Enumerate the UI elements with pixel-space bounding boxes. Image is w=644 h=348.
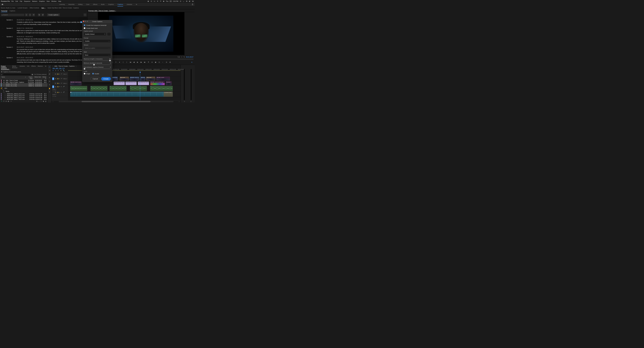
program-timecode[interactable]: 00;01;08;07 (186, 56, 194, 58)
next-button[interactable]: ∨ (28, 14, 32, 16)
cc-icon[interactable]: ◉ (147, 1, 149, 2)
search-input[interactable] (3, 14, 24, 16)
effects-tab[interactable]: Effects (32, 65, 36, 70)
segment-menu-icon[interactable]: ⋯ (2, 28, 4, 34)
zoom-slider[interactable]: ○━ (10, 100, 12, 102)
pen-icon[interactable]: ✎ (1, 100, 2, 102)
segment-menu-icon[interactable]: ⋯ (2, 19, 4, 25)
radio-from-transcript[interactable]: Create from sequence transcript (84, 24, 111, 26)
create-button[interactable]: Create (101, 77, 111, 81)
segment-text[interactable]: It's a puzzle that you have to sort of t… (17, 49, 86, 55)
out-button[interactable]: } (126, 61, 128, 63)
segment-menu-icon[interactable]: ⋯ (2, 46, 4, 55)
segment-menu-icon[interactable]: ⋯ (2, 36, 4, 44)
track-head-a2[interactable]: A2 🔒MS🎤 Audio 2 0. ◀ ○ ▶ (52, 91, 68, 97)
menu-graphics[interactable]: Graphics (39, 1, 45, 2)
transcript-segment[interactable]: ⋯ Speaker 1 00;00;17;14 - 00;00;32;02 Ri… (0, 27, 88, 35)
search-icon[interactable]: ⌕ (183, 1, 184, 2)
tab-menu-icon[interactable]: ≡ (115, 10, 116, 12)
ws-effects[interactable]: Effects (93, 3, 97, 7)
sync-icon[interactable]: ⟳ (160, 1, 162, 2)
link-icon[interactable]: ⊘ (55, 70, 57, 72)
ws-learning[interactable]: Learning (59, 3, 65, 7)
segment-text[interactable]: Right now is a great time to create beca… (17, 30, 86, 34)
transcript-search[interactable]: ⌕ (1, 14, 24, 16)
segment-text[interactable]: You know, climbing to me, it's this esca… (17, 38, 86, 44)
maxlen-value[interactable]: 42 (109, 58, 111, 60)
ws-libraries[interactable]: Libraries (127, 3, 132, 7)
proxy-button[interactable]: ⊡ (166, 61, 168, 63)
menu-help[interactable]: Help (58, 1, 61, 2)
markers-tab[interactable]: Markers (38, 65, 43, 70)
snap-icon[interactable]: ⊓ (52, 70, 54, 72)
mindur-slider[interactable] (84, 65, 111, 65)
lift-button[interactable]: ⇈ (147, 61, 150, 63)
track-head-v1[interactable]: V1 🔒◎👁 Video 1 (52, 81, 68, 86)
project-item[interactable]: ▸ ▢GFX (0, 87, 48, 90)
ws-editing[interactable]: Editing (78, 3, 82, 7)
fx-button[interactable]: fx (115, 61, 117, 63)
style-dropdown[interactable]: None⌄ (84, 53, 111, 57)
freeform-view-icon[interactable]: ▦ (8, 100, 9, 102)
project-item[interactable]: ▭A006C016_160510_R1JC.mov25.00 fps02:25:… (0, 93, 48, 95)
vol-icon[interactable]: ◉ (163, 1, 164, 2)
tab-effect-controls[interactable]: Effect Controls (30, 7, 39, 9)
project-overflow[interactable]: ≫ (45, 65, 46, 70)
radio-double[interactable]: Double (92, 73, 99, 75)
libraries-tab[interactable]: Libraries (20, 65, 25, 70)
play-button[interactable]: ▶ (136, 61, 138, 63)
marker-add-icon[interactable]: ● (58, 70, 60, 72)
preset-options-button[interactable]: ⋯ (107, 33, 111, 36)
wrench-icon[interactable]: 🔧 (63, 70, 65, 72)
battery-icon[interactable]: ▭ (154, 1, 155, 2)
safe-margin-button[interactable]: ⌐ (162, 61, 164, 63)
transcript-segment[interactable]: ⋯ Speaker 1 00;01;26;02 - 00;01;40;03 on… (0, 56, 88, 64)
tab-audio-mixer[interactable]: Audio Clip Mixer: AAA - Time to Create -… (48, 7, 79, 9)
project-item[interactable]: ▦AAA - Time to Create - Captions23.976 f… (0, 81, 48, 83)
selection-tool[interactable]: ▷ (48, 66, 51, 68)
ws-captions[interactable]: Captions (118, 3, 123, 7)
razor-tool[interactable]: ✂ (48, 77, 51, 79)
sequence-menu-icon[interactable]: ≡ (76, 65, 76, 67)
auto-seq-icon[interactable]: ▥ (36, 100, 38, 102)
new-bin-icon[interactable]: ▢ (40, 100, 42, 102)
transcript-segment[interactable]: ⋯ Speaker 1 00;01;00;07 - 00;01;26;02 It… (0, 45, 88, 56)
tab-source[interactable]: Source: Audio 2_2.wav (1, 7, 15, 9)
subtab-transcript[interactable]: Transcript (1, 10, 7, 12)
minimize-icon[interactable] (85, 21, 86, 22)
settings-icon[interactable]: ⚙ (60, 70, 62, 72)
project-tab[interactable]: Project: Captions Screenshots≡ (1, 65, 10, 70)
toolbar-more[interactable]: ⋯ (84, 14, 86, 16)
media-browser-tab[interactable]: Media Browser (12, 65, 18, 70)
maximize-icon[interactable] (87, 21, 88, 22)
segment-text[interactable]: ones and twos and make your way to like … (17, 59, 86, 63)
goto-out-button[interactable]: ▶| (144, 61, 146, 63)
track-head-v2[interactable]: V1V2 🔒◎👁 Video 2 (52, 77, 68, 81)
transcript-segment[interactable]: ⋯ Speaker 1 00;00;00;13 - 00;00;15;05 Cr… (0, 18, 88, 27)
menubar-day[interactable]: 20 (170, 1, 172, 2)
find-icon[interactable]: ⌕ (38, 101, 40, 102)
extract-button[interactable]: ⇊ (151, 61, 153, 63)
settings-button[interactable]: ⊞ (169, 61, 171, 63)
project-item[interactable]: ▦AAA - Time to Create23.976 fps00;00;00;… (0, 80, 48, 81)
preset-dropdown[interactable]: Subtitle Default▾ (84, 33, 106, 36)
timeline-timecode[interactable]: 00;00;10;13 (52, 67, 68, 70)
compare-button[interactable]: ◫ (158, 61, 160, 63)
radio-blank-track[interactable]: Create blank track (84, 27, 111, 29)
menubar-clock[interactable]: 2:52 PM (173, 1, 178, 2)
solo-left[interactable]: S (184, 101, 185, 102)
fit-dropdown[interactable]: Full (178, 56, 180, 58)
menu-sequence[interactable]: Sequence (24, 1, 30, 2)
track-select-tool[interactable]: ⇥ (48, 69, 51, 72)
goto-in-button[interactable]: |◀ (129, 61, 132, 63)
transcript-segment[interactable]: ⋯ Speaker 1 00;00;34;10 - 00;00;59;01 Yo… (0, 35, 88, 45)
add-button[interactable]: + (191, 61, 192, 63)
slip-tool[interactable]: ⇔ (48, 80, 51, 82)
new-item-icon[interactable]: ▣ (43, 100, 44, 102)
ws-color[interactable]: Color (86, 3, 90, 7)
ws-graphics[interactable]: Graphics (108, 3, 114, 7)
ws-audio[interactable]: Audio (101, 3, 104, 7)
ws-more[interactable]: ≫ (136, 3, 137, 7)
export-frame-button[interactable]: ▣ (154, 61, 156, 63)
segment-text[interactable]: Creativity is within all of us. Great id… (17, 21, 86, 25)
